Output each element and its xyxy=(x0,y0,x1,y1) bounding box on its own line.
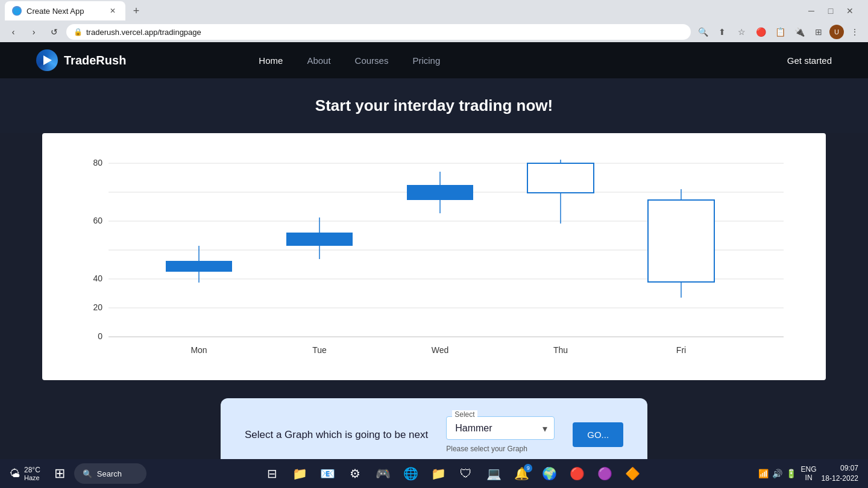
menu-icon[interactable]: ⋮ xyxy=(846,23,863,40)
svg-text:Mon: Mon xyxy=(190,345,207,355)
bookmark-icon[interactable]: ☆ xyxy=(733,23,750,40)
nav-courses[interactable]: Courses xyxy=(355,55,389,66)
weather-condition: Haze xyxy=(24,474,40,481)
app-purple-icon[interactable]: 🟣 xyxy=(593,461,617,486)
notification-badge: 9 xyxy=(524,464,532,472)
wifi-icon[interactable]: 📶 xyxy=(758,469,769,478)
folder-icon[interactable]: 📁 xyxy=(426,461,450,486)
tab-title: Create Next App xyxy=(27,7,102,16)
taskbar-icons: ⊟ 📁 📧 ⚙ 🎮 🌐 📁 🛡 💻 🔔 9 🌍 🔴 🟣 🔶 xyxy=(149,461,756,486)
browser-actions: 🔍 ⬆ ☆ 🔴 📋 🔌 ⊞ U ⋮ xyxy=(694,23,863,40)
logo-icon xyxy=(36,49,58,71)
app-red-icon[interactable]: 🔴 xyxy=(565,461,589,486)
active-tab[interactable]: 🌐 Create Next App ✕ xyxy=(5,1,125,20)
weather-icon: 🌤 xyxy=(10,468,20,480)
task-view-icon[interactable]: ⊟ xyxy=(260,461,284,486)
svg-text:Fri: Fri xyxy=(676,345,686,355)
time-display: 09:07 xyxy=(822,463,858,474)
hero-title: Start your interday trading now! xyxy=(0,96,868,115)
svg-text:20: 20 xyxy=(93,302,102,312)
svg-rect-21 xyxy=(648,200,714,282)
new-tab-button[interactable]: + xyxy=(128,2,145,19)
minimize-button[interactable]: ─ xyxy=(803,2,820,19)
browser-chrome: 🌐 Create Next App ✕ + ─ □ ✕ ‹ › ↺ 🔒 trad… xyxy=(0,0,868,42)
graph-select[interactable]: Hammer Doji Spinning Top Marubozu Engulf… xyxy=(446,416,555,440)
nav-home[interactable]: Home xyxy=(259,55,283,66)
logo-area[interactable]: TradeRush xyxy=(36,49,126,71)
extension2-icon[interactable]: 📋 xyxy=(772,23,788,40)
close-button[interactable]: ✕ xyxy=(841,2,858,19)
navbar: TradeRush Home About Courses Pricing Get… xyxy=(0,42,868,78)
tab-bar: 🌐 Create Next App ✕ + ─ □ ✕ xyxy=(0,0,868,22)
svg-text:Thu: Thu xyxy=(553,345,568,355)
svg-text:80: 80 xyxy=(93,158,102,167)
edge-icon[interactable]: 🌐 xyxy=(398,461,423,486)
share-icon[interactable]: ⬆ xyxy=(714,23,731,40)
file-explorer-icon[interactable]: 📁 xyxy=(288,461,312,486)
taskbar-search[interactable]: 🔍 Search xyxy=(74,463,146,484)
taskbar-weather: 🌤 28°C Haze xyxy=(5,463,45,484)
extension1-icon[interactable]: 🔴 xyxy=(752,23,769,40)
chart-section: 80 60 40 20 0 xyxy=(42,133,826,380)
svg-text:60: 60 xyxy=(93,216,102,225)
select-field-label: Select xyxy=(452,410,477,419)
select-hint: Please select your Graph xyxy=(446,445,555,453)
refresh-button[interactable]: ↺ xyxy=(46,23,63,40)
search-icon: 🔍 xyxy=(83,469,92,478)
extension3-icon[interactable]: 🔌 xyxy=(791,23,808,40)
page-content: TradeRush Home About Courses Pricing Get… xyxy=(0,42,868,488)
nav-pricing[interactable]: Pricing xyxy=(412,55,440,66)
maximize-button[interactable]: □ xyxy=(822,2,839,19)
tab-close-button[interactable]: ✕ xyxy=(107,5,118,16)
window-controls: ─ □ ✕ xyxy=(803,2,863,19)
user-avatar[interactable]: U xyxy=(829,25,844,39)
get-started-button[interactable]: Get started xyxy=(787,55,832,66)
svg-rect-19 xyxy=(527,163,594,193)
back-button[interactable]: ‹ xyxy=(5,23,22,40)
search-label: Search xyxy=(97,469,122,478)
notification-icon[interactable]: 🔔 9 xyxy=(509,461,533,486)
logo-text: TradeRush xyxy=(64,54,126,67)
system-clock: 09:07 18-12-2022 xyxy=(822,463,858,484)
volume-icon[interactable]: 🔊 xyxy=(772,469,782,478)
temperature: 28°C xyxy=(24,466,40,474)
svg-rect-13 xyxy=(166,261,232,272)
security-icon[interactable]: 🛡 xyxy=(454,461,478,486)
lock-icon: 🔒 xyxy=(74,28,83,36)
vscode-icon[interactable]: 💻 xyxy=(482,461,506,486)
tab-favicon: 🌐 xyxy=(12,6,22,16)
start-button[interactable]: ⊞ xyxy=(48,461,72,486)
taskbar: 🌤 28°C Haze ⊞ 🔍 Search ⊟ 📁 📧 ⚙ 🎮 🌐 📁 🛡 💻 xyxy=(0,459,868,488)
language-indicator: ENGIN xyxy=(801,465,817,482)
candlestick-chart: 80 60 40 20 0 xyxy=(66,151,802,356)
nav-links: Home About Courses Pricing xyxy=(259,55,440,66)
select-wrapper: Select Hammer Doji Spinning Top Marubozu… xyxy=(446,416,555,453)
svg-text:40: 40 xyxy=(93,274,102,283)
go-button[interactable]: GO... xyxy=(573,422,623,447)
settings-icon[interactable]: ⚙ xyxy=(343,461,367,486)
address-bar-row: ‹ › ↺ 🔒 traderush.vercel.app/tradingpage… xyxy=(0,22,868,42)
forward-button[interactable]: › xyxy=(25,23,42,40)
powerpoint-icon[interactable]: 🔶 xyxy=(620,461,644,486)
svg-text:Tue: Tue xyxy=(312,345,327,355)
svg-text:0: 0 xyxy=(98,331,102,341)
url-text: traderush.vercel.app/tradingpage xyxy=(86,28,201,37)
svg-rect-15 xyxy=(286,233,353,246)
battery-icon[interactable]: 🔋 xyxy=(786,469,796,478)
play-icon xyxy=(43,55,52,65)
hero-section: Start your interday trading now! xyxy=(0,78,868,133)
store-icon[interactable]: 🎮 xyxy=(371,461,395,486)
system-tray: 📶 🔊 🔋 xyxy=(758,469,796,478)
nav-about[interactable]: About xyxy=(307,55,330,66)
date-display: 18-12-2022 xyxy=(822,474,858,484)
weather-info: 28°C Haze xyxy=(24,466,40,481)
chart-container: 80 60 40 20 0 xyxy=(66,151,802,356)
mail-icon[interactable]: 📧 xyxy=(315,461,339,486)
svg-rect-17 xyxy=(407,185,473,200)
taskbar-right: 📶 🔊 🔋 ENGIN 09:07 18-12-2022 xyxy=(758,463,863,484)
select-container: Select Hammer Doji Spinning Top Marubozu… xyxy=(446,416,555,440)
sidebar-icon[interactable]: ⊞ xyxy=(810,23,827,40)
search-icon[interactable]: 🔍 xyxy=(694,23,711,40)
chrome-icon[interactable]: 🌍 xyxy=(537,461,561,486)
address-bar[interactable]: 🔒 traderush.vercel.app/tradingpage xyxy=(66,24,691,40)
